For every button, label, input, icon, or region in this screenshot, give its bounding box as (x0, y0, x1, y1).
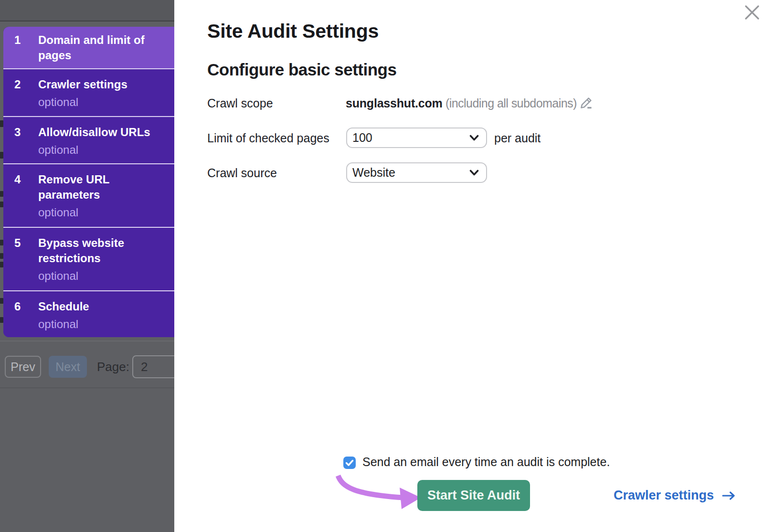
step-title: Allow/disallow URLs (38, 125, 169, 140)
chevron-down-icon (469, 135, 479, 141)
step-item-1[interactable]: 1Domain and limit of pages (3, 27, 174, 68)
start-site-audit-button[interactable]: Start Site Audit (417, 480, 530, 511)
per-audit-suffix: per audit (494, 131, 541, 145)
step-title: Domain and limit of pages (38, 32, 169, 63)
close-icon[interactable] (745, 5, 759, 20)
right-arrow-icon (722, 491, 735, 500)
screenshot-canvas: Prev Next Page: 2 Site Audit Settings Co… (0, 0, 764, 532)
backdrop-line (0, 340, 174, 341)
crawler-settings-link[interactable]: Crawler settings (614, 488, 714, 503)
crawl-scope-value: sunglasshut.com (including all subdomain… (346, 96, 577, 110)
step-optional-label: optional (38, 268, 169, 284)
chevron-down-icon (469, 170, 479, 176)
next-button[interactable]: Next (49, 356, 87, 378)
step-optional-label: optional (38, 95, 169, 110)
step-title: Crawler settings (38, 77, 169, 92)
crawl-scope-domain: sunglasshut.com (346, 96, 443, 110)
step-title: Bypass website restrictions (38, 235, 169, 266)
backdrop-text-fragment (0, 317, 3, 323)
limit-dropdown-value: 100 (352, 131, 372, 144)
step-item-2[interactable]: 2Crawler settingsoptional (3, 69, 174, 116)
step-title: Remove URL parameters (38, 172, 169, 202)
backdrop-line2 (0, 387, 174, 388)
limit-dropdown[interactable]: 100 (346, 128, 487, 148)
crawl-scope-note: (including all subdomains) (443, 96, 577, 110)
checkmark-icon (343, 457, 356, 469)
step-item-3[interactable]: 3Allow/disallow URLsoptional (3, 117, 174, 163)
backdrop-text-fragment (0, 253, 3, 259)
crawl-scope-label: Crawl scope (207, 96, 273, 110)
modal-title: Site Audit Settings (207, 20, 379, 43)
edit-pencil-icon[interactable] (580, 96, 593, 109)
source-label: Crawl source (207, 166, 277, 180)
backdrop-top-band (0, 0, 174, 21)
step-number: 3 (14, 125, 33, 140)
backdrop-text-fragment (0, 120, 3, 127)
step-optional-label: optional (38, 142, 169, 158)
backdrop-text-fragment (0, 240, 3, 245)
wizard-steps-rail: 1Domain and limit of pages2Crawler setti… (3, 27, 174, 337)
backdrop-text-fragment (0, 191, 3, 197)
page-label: Page: (97, 360, 129, 374)
step-item-5[interactable]: 5Bypass website restrictionsoptional (3, 228, 174, 290)
source-dropdown-value: Website (352, 166, 395, 179)
prev-button[interactable]: Prev (5, 356, 41, 378)
backdrop-text-fragment (0, 152, 3, 159)
step-optional-label: optional (38, 205, 169, 220)
step-title: Schedule (38, 299, 169, 314)
site-audit-settings-modal: Site Audit Settings Configure basic sett… (174, 0, 764, 532)
section-heading: Configure basic settings (207, 60, 396, 79)
step-item-6[interactable]: 6Scheduleoptional (3, 291, 174, 337)
backdrop-text-fragment (0, 262, 3, 267)
step-number: 6 (14, 299, 33, 314)
background-pagination: Prev Next Page: 2 (0, 355, 174, 378)
email-checkbox[interactable] (343, 457, 356, 469)
step-number: 5 (14, 235, 33, 251)
step-number: 2 (14, 77, 33, 92)
step-item-4[interactable]: 4Remove URL parametersoptional (3, 164, 174, 227)
backdrop-text-fragment (0, 202, 3, 207)
limit-label: Limit of checked pages (207, 131, 329, 145)
step-optional-label: optional (38, 317, 169, 332)
backdrop-text-fragment (0, 298, 3, 304)
source-dropdown[interactable]: Website (346, 162, 487, 183)
step-number: 1 (14, 32, 33, 48)
step-number: 4 (14, 172, 33, 187)
email-checkbox-label: Send an email every time an audit is com… (362, 455, 610, 469)
crawl-scope-row: Crawl scope sunglasshut.com (including a… (174, 96, 764, 112)
backdrop-divider (0, 21, 174, 21)
